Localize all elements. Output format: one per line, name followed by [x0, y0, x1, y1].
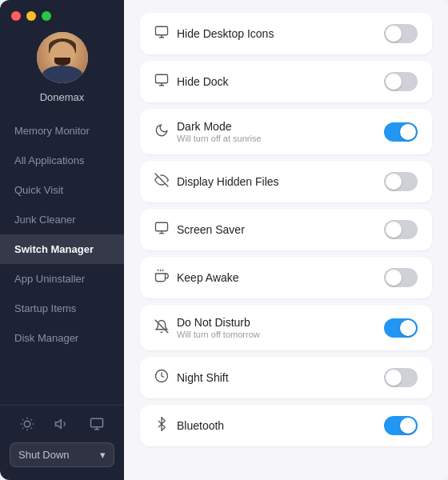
- screen-saver-label: Screen Saver: [177, 223, 384, 236]
- dark-mode-icon: [154, 123, 177, 141]
- chevron-down-icon: ▾: [100, 449, 106, 461]
- sidebar-bottom: Shut Down ▾: [0, 405, 124, 480]
- svg-rect-16: [156, 74, 168, 83]
- hide-desktop-icons-toggle[interactable]: [384, 24, 418, 43]
- display-hidden-files-label: Display Hidden Files: [177, 175, 384, 188]
- traffic-lights: [11, 11, 51, 21]
- svg-marker-9: [56, 420, 62, 429]
- switch-row-bluetooth: Bluetooth: [140, 405, 432, 446]
- svg-rect-13: [156, 26, 168, 35]
- bluetooth-toggle-knob: [400, 418, 416, 434]
- avatar: [37, 32, 88, 83]
- traffic-light-red[interactable]: [11, 11, 21, 21]
- nav-list: Memory Monitor All Applications Quick Vi…: [0, 116, 124, 405]
- svg-point-0: [24, 421, 30, 427]
- switch-row-keep-awake: Keep Awake: [140, 257, 432, 298]
- keep-awake-label: Keep Awake: [177, 271, 384, 284]
- switch-row-display-hidden-files: Display Hidden Files: [140, 161, 432, 202]
- sidebar: Donemax Memory Monitor All Applications …: [0, 0, 124, 480]
- night-shift-toggle-knob: [386, 370, 402, 386]
- sidebar-item-memory-monitor[interactable]: Memory Monitor: [0, 116, 124, 146]
- dark-mode-toggle-knob: [400, 124, 416, 140]
- hide-dock-label: Hide Dock: [177, 75, 384, 88]
- switch-row-hide-dock: Hide Dock: [140, 61, 432, 102]
- night-shift-toggle[interactable]: [384, 368, 418, 387]
- shutdown-button[interactable]: Shut Down ▾: [10, 442, 114, 467]
- display-icon[interactable]: [90, 417, 104, 434]
- switch-row-do-not-disturb: Do Not DisturbWill turn off tomorrow: [140, 305, 432, 350]
- display-hidden-files-icon: [154, 173, 177, 190]
- sidebar-item-quick-visit[interactable]: Quick Visit: [0, 175, 124, 205]
- night-shift-label: Night Shift: [177, 371, 384, 384]
- bottom-icons: [10, 417, 114, 434]
- svg-line-8: [31, 419, 32, 420]
- display-hidden-files-toggle[interactable]: [384, 172, 418, 191]
- sidebar-item-switch-manager[interactable]: Switch Manager: [0, 234, 124, 264]
- brightness-icon[interactable]: [20, 417, 34, 434]
- screen-saver-toggle-knob: [386, 222, 402, 238]
- dark-mode-label: Dark Mode: [177, 120, 384, 133]
- keep-awake-toggle[interactable]: [384, 268, 418, 287]
- screen-saver-toggle[interactable]: [384, 220, 418, 239]
- svg-rect-20: [156, 222, 168, 231]
- night-shift-icon: [154, 369, 177, 386]
- hide-desktop-icons-label: Hide Desktop Icons: [177, 27, 384, 40]
- bluetooth-toggle[interactable]: [384, 416, 418, 435]
- volume-icon[interactable]: [54, 417, 69, 434]
- traffic-light-yellow[interactable]: [26, 11, 36, 21]
- keep-awake-icon: [154, 269, 177, 286]
- sidebar-item-all-applications[interactable]: All Applications: [0, 146, 124, 175]
- hide-dock-icon: [154, 73, 177, 90]
- svg-line-7: [22, 428, 23, 429]
- traffic-light-green[interactable]: [42, 11, 51, 21]
- username-label: Donemax: [40, 91, 85, 103]
- display-hidden-files-toggle-knob: [386, 174, 402, 190]
- do-not-disturb-toggle-knob: [400, 320, 416, 336]
- hide-dock-toggle[interactable]: [384, 72, 418, 91]
- shutdown-label: Shut Down: [18, 449, 70, 461]
- screen-saver-icon: [154, 221, 177, 238]
- switch-row-screen-saver: Screen Saver: [140, 209, 432, 250]
- bluetooth-label: Bluetooth: [177, 419, 384, 432]
- sidebar-item-startup-items[interactable]: Startup Items: [0, 294, 124, 323]
- hide-desktop-icons-toggle-knob: [386, 26, 402, 42]
- svg-line-26: [155, 319, 169, 333]
- svg-rect-10: [91, 418, 103, 427]
- hide-dock-toggle-knob: [386, 74, 402, 90]
- switch-row-dark-mode: Dark ModeWill turn off at sunrise: [140, 109, 432, 154]
- do-not-disturb-label: Do Not Disturb: [177, 316, 384, 329]
- svg-line-4: [31, 428, 32, 429]
- dark-mode-sublabel: Will turn off at sunrise: [177, 134, 384, 143]
- switch-row-hide-desktop-icons: Hide Desktop Icons: [140, 13, 432, 54]
- keep-awake-toggle-knob: [386, 270, 402, 286]
- dark-mode-toggle[interactable]: [384, 122, 418, 142]
- sidebar-item-junk-cleaner[interactable]: Junk Cleaner: [0, 205, 124, 234]
- switch-row-night-shift: Night Shift: [140, 357, 432, 398]
- hide-desktop-icons-icon: [154, 25, 177, 42]
- main-content: Hide Desktop IconsHide DockDark ModeWill…: [124, 0, 448, 480]
- do-not-disturb-sublabel: Will turn off tomorrow: [177, 330, 384, 339]
- svg-line-3: [22, 419, 23, 420]
- sidebar-item-app-uninstaller[interactable]: App Uninstaller: [0, 264, 124, 294]
- do-not-disturb-icon: [154, 319, 177, 337]
- do-not-disturb-toggle[interactable]: [384, 318, 418, 338]
- bluetooth-icon: [154, 417, 177, 434]
- sidebar-item-disk-manager[interactable]: Disk Manager: [0, 323, 124, 353]
